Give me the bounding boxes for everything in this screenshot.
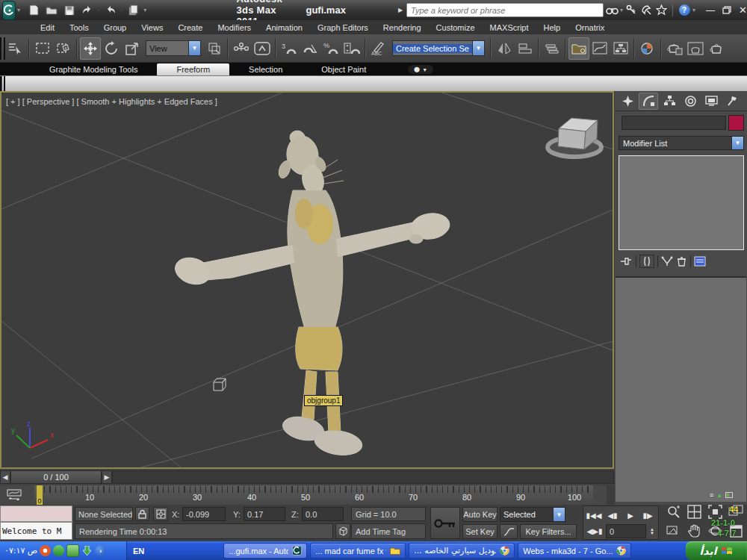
x-coordinate-field[interactable]: -0.099 [182, 507, 226, 521]
menu-maxscript[interactable]: MAXScript [483, 23, 536, 32]
select-and-scale-button[interactable] [122, 37, 143, 60]
named-selection-sets-dropdown[interactable]: Create Selection Se ▼ [392, 40, 485, 56]
angle-snap-toggle-button[interactable] [300, 37, 320, 60]
app-menu-dropdown-arrow[interactable]: ▾ [17, 7, 20, 13]
menu-animation[interactable]: Animation [258, 23, 310, 32]
selection-lock-toggle[interactable] [135, 507, 149, 521]
configure-modifier-sets-button[interactable] [694, 256, 706, 267]
spinner-snap-toggle-button[interactable] [341, 37, 362, 60]
next-frame-button[interactable]: ▮▶ [639, 508, 656, 522]
perspective-viewport[interactable]: z x y [0, 91, 614, 469]
select-and-move-button[interactable] [80, 37, 101, 60]
current-frame-marker[interactable]: 0 [37, 485, 43, 505]
tab-utilities[interactable] [722, 93, 742, 110]
tray-app-icon-orange[interactable] [40, 545, 51, 556]
pin-stack-button[interactable] [619, 255, 633, 267]
project-folder-button[interactable] [125, 4, 140, 17]
tab-hierarchy[interactable] [660, 93, 679, 110]
taskbar-button-mad-car-folder[interactable]: ... mad car fume fx voice [310, 543, 406, 559]
tray-expand-chevron[interactable]: › [95, 545, 106, 556]
taskbar-button-chrome-arabic[interactable]: ... موديل سيارتي الخاصه [409, 543, 515, 559]
chevron-down-icon[interactable]: ▼ [553, 508, 565, 521]
render-production-button[interactable] [706, 37, 727, 60]
maxscript-mini-listener-white[interactable]: Welcome to M [0, 522, 72, 540]
menu-tools[interactable]: Tools [62, 23, 96, 32]
keyboard-shortcut-override-button[interactable] [252, 37, 273, 60]
character-model-objgroup1[interactable] [172, 131, 451, 458]
menu-modifiers[interactable]: Modifiers [210, 23, 258, 32]
set-key-button[interactable]: Set Key [462, 524, 498, 539]
previous-frame-arrow-button[interactable]: ◀ [0, 470, 10, 484]
infocenter-expand-icon[interactable]: ▶ [398, 7, 403, 13]
set-keys-button[interactable] [430, 507, 460, 539]
field-of-view-button[interactable] [663, 521, 683, 541]
modifier-list-dropdown[interactable]: Modifier List ▼ [619, 136, 744, 150]
taskbar-button-webs-chrome[interactable]: Webs - mka3d - 7 - Go... [518, 543, 631, 559]
tab-modify[interactable] [639, 93, 658, 110]
time-slider-groove[interactable] [112, 470, 614, 484]
close-button[interactable]: ✕ [739, 4, 747, 16]
schematic-view-button[interactable] [610, 37, 631, 60]
favorites-star-icon[interactable] [654, 4, 668, 17]
tray-app-icon-green-square[interactable] [66, 544, 79, 557]
toolbar-grip[interactable] [0, 37, 5, 60]
maxscript-mini-listener-pink[interactable] [0, 505, 72, 522]
select-and-link-button[interactable] [5, 37, 26, 60]
reference-coordinate-system-dropdown[interactable]: View ▼ [146, 40, 201, 56]
tab-graphite-modeling-tools[interactable]: Graphite Modeling Tools [30, 63, 157, 75]
tab-motion[interactable] [681, 93, 700, 110]
help-icon[interactable]: ? [678, 4, 691, 17]
green-triangle-icon[interactable]: ▲ [716, 492, 722, 499]
y-coordinate-field[interactable]: 0.17 [244, 507, 285, 521]
menu-create[interactable]: Create [170, 23, 210, 32]
tab-create[interactable] [618, 93, 637, 110]
align-button[interactable] [515, 37, 536, 60]
chevron-down-icon[interactable]: ▼ [472, 41, 484, 55]
menu-views[interactable]: Views [134, 23, 170, 32]
open-file-button[interactable] [44, 4, 59, 17]
zoom-button[interactable] [663, 502, 683, 521]
tray-download-arrow-icon[interactable] [81, 545, 93, 556]
edit-named-selection-sets-button[interactable]: ABC [368, 37, 389, 60]
subscription-key-icon[interactable] [624, 4, 638, 17]
rectangular-selection-region-button[interactable] [32, 37, 53, 60]
menu-ornatrix[interactable]: Ornatrix [568, 23, 612, 32]
make-unique-button[interactable] [661, 256, 673, 267]
minimize-button[interactable]: — [706, 5, 715, 16]
menu-group[interactable]: Group [96, 23, 134, 32]
language-indicator[interactable]: EN [133, 547, 144, 556]
qat-dropdown-arrow[interactable]: ▾ [143, 7, 146, 13]
isolate-selection-icon[interactable] [335, 523, 350, 539]
application-menu-button[interactable] [2, 1, 16, 20]
menu-graph-editors[interactable]: Graph Editors [310, 23, 376, 32]
undo-dropdown-arrow[interactable]: · [98, 7, 100, 13]
frame-spinner[interactable]: ▲▼ [648, 524, 657, 538]
remove-modifier-button[interactable] [676, 256, 687, 267]
time-slider-handle[interactable]: 0 / 100 [10, 470, 102, 484]
select-and-manipulate-button[interactable] [231, 37, 252, 60]
previous-frame-button[interactable]: ◀▮ [604, 508, 621, 522]
open-mini-curve-editor-button[interactable] [4, 487, 25, 503]
play-button[interactable]: ▶ [623, 508, 638, 522]
search-input[interactable] [406, 3, 604, 17]
add-time-tag[interactable]: Add Time Tag [351, 523, 426, 539]
menu-edit[interactable]: Edit [33, 23, 62, 32]
select-object-button[interactable] [53, 37, 74, 60]
use-pivot-point-center-button[interactable] [204, 37, 225, 60]
menu-rendering[interactable]: Rendering [376, 23, 429, 32]
undo-button[interactable] [80, 4, 95, 17]
viewport-label-menu[interactable]: [ + ] [ Perspective ] [ Smooth + Highlig… [6, 97, 217, 106]
menu-help[interactable]: Help [536, 23, 568, 32]
absolute-mode-transform-toggle[interactable] [153, 507, 168, 521]
tab-freeform[interactable]: Freeform [157, 63, 229, 75]
key-mode-dropdown[interactable]: Selected ▼ [500, 507, 565, 522]
search-binoculars-icon[interactable] [605, 4, 619, 17]
help-dropdown-arrow[interactable]: ▾ [692, 7, 695, 13]
redo-button[interactable] [103, 4, 118, 17]
layer-manager-button[interactable] [542, 37, 562, 60]
new-file-button[interactable] [26, 4, 41, 17]
show-end-result-button[interactable] [639, 255, 654, 268]
pan-hand-button[interactable] [684, 521, 704, 541]
redo-dropdown-arrow[interactable]: · [121, 7, 123, 13]
track-bar-ruler[interactable]: 10 20 30 40 50 60 70 80 90 100 [34, 485, 593, 505]
